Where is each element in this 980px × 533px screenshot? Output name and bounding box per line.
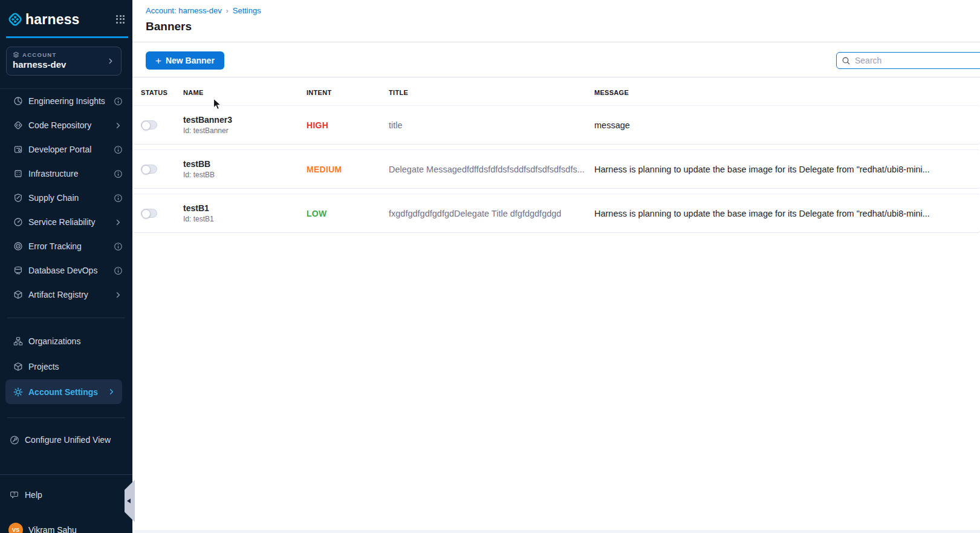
- sidebar-item-configure-unified-view[interactable]: Configure Unified View: [0, 428, 132, 452]
- user-profile[interactable]: VS Vikram Sahu: [0, 518, 132, 533]
- divider: [132, 77, 980, 77]
- sidebar-item-label: Help: [25, 490, 42, 500]
- organizations-icon: [13, 336, 23, 346]
- sidebar-item-infrastructure[interactable]: Infrastructure: [0, 162, 132, 186]
- sidebar-item-label: Configure Unified View: [25, 435, 111, 445]
- banner-message: Harness is planning to update the base i…: [594, 209, 930, 218]
- status-toggle[interactable]: [141, 165, 157, 174]
- divider: [132, 42, 980, 42]
- sidebar-item-label: Database DevOps: [28, 266, 97, 275]
- breadcrumb: Account: harness-dev › Settings: [146, 6, 261, 15]
- column-header-status: STATUS: [132, 89, 183, 96]
- table-header: STATUS NAME INTENT TITLE MESSAGE: [132, 85, 980, 100]
- module-picker-icon[interactable]: [116, 15, 125, 24]
- search-input[interactable]: [855, 56, 980, 65]
- banner-title: fxgdfgdfgdfgdfgdDelegate Title dfgfdgdfg…: [389, 209, 561, 218]
- column-header-intent: INTENT: [307, 89, 389, 96]
- info-icon[interactable]: [114, 97, 123, 106]
- chevron-right-icon: [114, 121, 123, 130]
- info-icon[interactable]: [114, 145, 123, 154]
- artifact-registry-icon: [13, 290, 23, 299]
- table-row[interactable]: testBB Id: testBB MEDIUM Delegate Messag…: [132, 149, 980, 189]
- banner-id: Id: testB1: [183, 215, 307, 223]
- database-devops-icon: [13, 266, 23, 275]
- page-title: Banners: [146, 20, 192, 33]
- banner-title: Delegate Messagedfdffdsfdfdsfsddfsdfsdfs…: [389, 165, 585, 174]
- sidebar-item-organizations[interactable]: Organizations: [0, 329, 132, 353]
- banner-title: title: [389, 120, 403, 130]
- toggle-knob: [141, 209, 151, 218]
- logo-text: harness: [25, 11, 80, 28]
- help-chat-icon: ?: [10, 490, 19, 500]
- sidebar-item-help[interactable]: ? Help: [0, 483, 132, 507]
- info-icon[interactable]: [114, 266, 123, 275]
- gear-icon: [13, 387, 23, 397]
- sidebar-accent-rule: [6, 36, 128, 38]
- banner-id: Id: testBanner: [183, 126, 307, 135]
- user-name: Vikram Sahu: [28, 525, 77, 533]
- intent-badge: MEDIUM: [307, 165, 342, 174]
- sidebar-item-code-repository[interactable]: Code Repository: [0, 113, 132, 137]
- svg-text:?: ?: [13, 492, 16, 496]
- sidebar-item-label: Developer Portal: [28, 145, 91, 154]
- developer-portal-icon: [13, 145, 23, 154]
- column-header-message: MESSAGE: [594, 89, 980, 96]
- sidebar-item-database-devops[interactable]: Database DevOps: [0, 258, 132, 283]
- chevron-right-icon: [107, 387, 116, 396]
- infrastructure-icon: [13, 169, 23, 178]
- avatar: VS: [8, 523, 23, 533]
- table-row[interactable]: testBanner3 Id: testBanner HIGH title me…: [132, 105, 980, 145]
- banner-name: testBanner3: [183, 115, 307, 125]
- sidebar-item-supply-chain[interactable]: Supply Chain: [0, 186, 132, 210]
- breadcrumb-settings-link[interactable]: Settings: [233, 6, 261, 15]
- sidebar-item-artifact-registry[interactable]: Artifact Registry: [0, 283, 132, 307]
- avatar-initials: VS: [12, 527, 19, 533]
- banner-message: message: [594, 120, 630, 130]
- sidebar-item-projects[interactable]: Projects: [0, 355, 132, 379]
- sidebar-item-label: Code Repository: [28, 120, 91, 130]
- account-name: harness-dev: [13, 59, 115, 70]
- projects-icon: [13, 362, 23, 371]
- harness-logo-icon[interactable]: [7, 11, 23, 27]
- sidebar-item-service-reliability[interactable]: Service Reliability: [0, 210, 132, 234]
- info-icon[interactable]: [114, 242, 123, 251]
- account-selector[interactable]: ACCOUNT harness-dev: [6, 47, 122, 76]
- status-toggle[interactable]: [141, 120, 157, 129]
- sidebar-item-developer-portal[interactable]: Developer Portal: [0, 137, 132, 162]
- plus-icon: +: [155, 56, 161, 66]
- sidebar-item-label: Service Reliability: [28, 217, 95, 227]
- toggle-knob: [141, 121, 151, 130]
- code-repository-icon: [13, 120, 23, 130]
- banner-message: Harness is planning to update the base i…: [594, 165, 930, 174]
- search-box: [836, 52, 980, 69]
- wrench-circle-icon: [10, 435, 19, 445]
- chevron-right-icon: [114, 218, 123, 227]
- breadcrumb-separator: ›: [226, 7, 229, 15]
- search-icon: [842, 56, 851, 65]
- app-window: harness ACCOUNT harness-dev: [0, 0, 980, 533]
- new-banner-button[interactable]: + New Banner: [146, 51, 224, 70]
- breadcrumb-account-link[interactable]: Account: harness-dev: [146, 6, 222, 15]
- toggle-knob: [141, 165, 151, 174]
- collapse-arrow-icon: [127, 499, 131, 503]
- sidebar-item-engineering-insights[interactable]: Engineering Insights: [0, 89, 132, 113]
- sidebar-item-error-tracking[interactable]: Error Tracking: [0, 234, 132, 258]
- account-label: ACCOUNT: [22, 51, 57, 58]
- banner-name: testBB: [183, 159, 307, 169]
- layers-icon: [13, 51, 19, 58]
- divider: [7, 417, 125, 418]
- column-header-title: TITLE: [389, 89, 594, 96]
- sidebar-item-label: Infrastructure: [28, 169, 78, 178]
- status-toggle[interactable]: [141, 209, 157, 218]
- intent-badge: HIGH: [307, 120, 328, 130]
- viewport-bottom-strip: [132, 530, 980, 533]
- service-reliability-icon: [13, 217, 23, 227]
- intent-badge: LOW: [307, 209, 327, 218]
- info-icon[interactable]: [114, 169, 123, 178]
- engineering-insights-icon: [13, 96, 23, 106]
- sidebar-item-account-settings[interactable]: Account Settings: [5, 379, 122, 404]
- chevron-right-icon: [106, 57, 115, 65]
- table-row[interactable]: testB1 Id: testB1 LOW fxgdfgdfgdfgdfgdDe…: [132, 194, 980, 233]
- sidebar-item-label: Artifact Registry: [28, 290, 88, 299]
- info-icon[interactable]: [114, 194, 123, 203]
